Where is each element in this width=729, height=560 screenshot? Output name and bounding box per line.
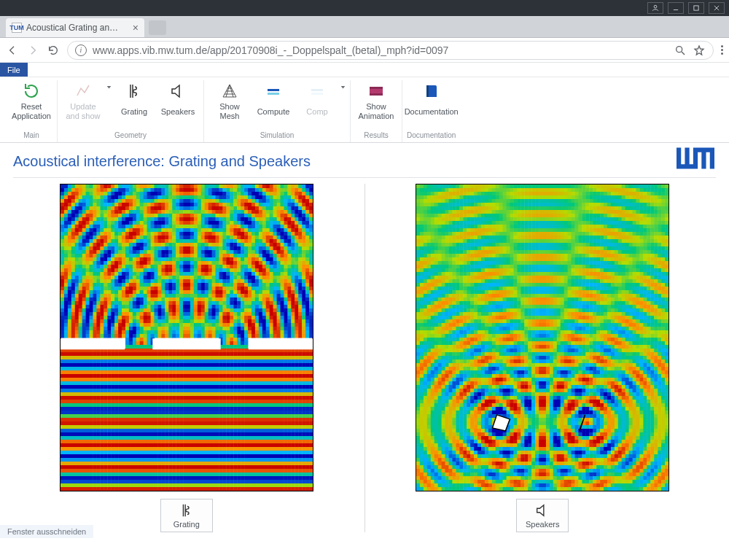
svg-rect-4600 [222,429,226,433]
site-info-icon[interactable]: i [75,44,87,56]
grating-button[interactable]: Grating [113,80,155,130]
svg-rect-10022 [424,407,427,411]
svg-rect-8055 [651,301,655,306]
svg-rect-5156 [208,458,211,462]
compute-button[interactable]: Compute [252,80,295,130]
svg-rect-7342 [604,265,607,269]
svg-rect-2888 [280,330,284,335]
compute-alt-button[interactable]: Comp [296,80,338,130]
reset-application-button[interactable]: Reset Application [10,80,52,130]
svg-rect-5331 [82,469,85,473]
speakers-button[interactable]: Speakers [157,80,199,130]
window-maximize-button[interactable] [688,2,704,14]
window-user-icon[interactable] [647,2,663,14]
svg-rect-3272 [230,359,233,364]
svg-rect-2202 [78,298,82,302]
svg-rect-7171 [492,257,496,262]
svg-rect-1590 [143,265,147,269]
new-tab-button[interactable] [149,20,166,35]
svg-rect-11047 [586,458,590,462]
svg-rect-11174 [539,465,542,470]
svg-rect-917 [241,228,244,233]
svg-rect-6049 [485,199,488,203]
svg-rect-9092 [604,356,607,360]
svg-rect-7313 [499,265,503,269]
svg-rect-8689 [665,334,668,338]
svg-rect-2020 [179,287,183,291]
svg-rect-11154 [467,465,470,470]
forward-button[interactable] [26,44,39,57]
browser-tab[interactable]: TUM Acoustical Grating and Sp × [6,18,144,37]
search-icon[interactable] [674,44,687,57]
svg-rect-3033 [125,349,129,353]
dropdown-caret-icon[interactable] [340,80,346,130]
svg-rect-2977 [226,338,230,342]
svg-rect-5920 [525,192,529,196]
svg-rect-5082 [194,454,198,459]
svg-rect-3701 [262,381,266,386]
update-and-show-button[interactable]: Update and show [62,80,104,130]
documentation-button[interactable]: Documentation [410,80,453,130]
svg-rect-3250 [150,359,154,364]
svg-rect-8382 [568,319,572,324]
window-minimize-button[interactable] [668,2,684,14]
browser-menu-button[interactable] [721,45,723,55]
svg-rect-11411 [636,476,640,481]
window-close-button[interactable] [709,2,725,14]
grating-panel-button[interactable]: Grating [160,499,213,532]
svg-rect-7353 [644,265,647,269]
svg-rect-10272 [568,418,572,422]
tab-close-button[interactable]: × [133,23,139,33]
svg-rect-11610 [596,487,600,491]
svg-rect-8105 [579,305,582,309]
svg-rect-10537 [514,432,518,437]
svg-rect-8939 [557,349,561,353]
svg-rect-5232 [230,462,233,466]
svg-rect-679 [139,217,143,222]
show-mesh-button[interactable]: Show Mesh [208,80,251,130]
show-animation-button[interactable]: Show Animation [355,80,397,130]
file-menu[interactable]: File [0,63,28,77]
svg-rect-2474 [302,308,305,313]
back-button[interactable] [6,44,19,57]
reload-button[interactable] [47,44,60,57]
svg-rect-6115 [470,203,474,207]
svg-rect-1547 [241,261,244,265]
svg-rect-5771 [492,184,496,189]
bookmark-star-icon[interactable] [693,44,706,57]
svg-rect-3617 [211,378,215,382]
svg-rect-8507 [514,327,518,331]
svg-rect-5734 [273,487,276,491]
svg-rect-6447 [658,217,661,222]
svg-rect-4702 [85,436,89,440]
svg-rect-7072 [640,250,644,254]
svg-rect-6564 [575,225,579,229]
svg-rect-9030 [633,352,636,357]
svg-rect-1540 [215,261,219,265]
svg-rect-4544 [273,425,276,429]
svg-rect-10112 [496,411,499,415]
svg-rect-5076 [172,454,176,459]
svg-rect-3282 [265,359,269,364]
svg-rect-9244 [647,363,651,368]
svg-rect-9700 [525,389,529,393]
svg-rect-3453 [125,370,129,375]
dropdown-caret-icon[interactable] [106,80,112,130]
svg-rect-5146 [172,458,176,462]
svg-rect-7849 [665,290,668,295]
svg-rect-3620 [222,378,226,382]
svg-rect-1809 [176,276,179,280]
svg-rect-10445 [434,429,438,433]
svg-rect-6760 [525,236,529,240]
speakers-panel-button[interactable]: Speakers [516,499,569,532]
address-bar[interactable]: i www.apps.vib.mw.tum.de/app/20170908i_-… [67,41,714,60]
svg-rect-2479 [68,312,71,316]
svg-rect-8657 [550,334,553,338]
svg-rect-8455 [579,323,582,327]
svg-rect-5418 [143,472,147,477]
svg-rect-9404 [467,374,470,378]
svg-rect-10654 [431,440,434,444]
svg-rect-4091 [154,403,157,408]
svg-rect-3892 [194,392,198,397]
svg-rect-9502 [568,378,572,382]
